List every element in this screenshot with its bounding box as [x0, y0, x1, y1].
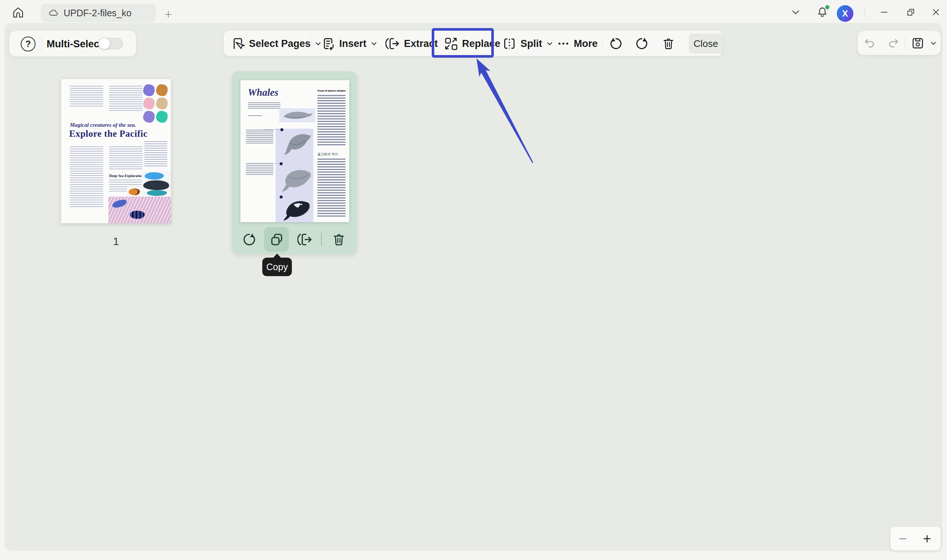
zoom-in-button[interactable]: +	[915, 528, 939, 550]
coral-photo	[108, 197, 171, 223]
chevron-down-icon	[791, 9, 800, 15]
close-window-button[interactable]	[927, 5, 945, 20]
whale-illustration	[279, 108, 315, 122]
coral-illustration	[143, 98, 155, 109]
chevron-down-icon	[370, 42, 378, 46]
delete-button[interactable]	[660, 31, 677, 57]
text-block	[70, 146, 103, 208]
close-icon	[931, 8, 941, 17]
avatar-initial: X	[842, 9, 848, 19]
close-button[interactable]: Close	[689, 34, 723, 54]
help-button[interactable]: ?	[21, 37, 35, 51]
document-tab[interactable]: UPDF-2-files_ko	[41, 4, 156, 22]
restore-window-button[interactable]	[902, 5, 920, 20]
chevron-down-icon	[546, 42, 554, 46]
tooltip-label: Copy	[266, 262, 288, 272]
insert-button[interactable]: Insert	[321, 31, 378, 57]
question-mark-icon: ?	[26, 39, 31, 49]
coral-illustration	[156, 84, 168, 96]
multi-select-toggle[interactable]	[98, 38, 123, 49]
undo-button[interactable]	[861, 31, 879, 55]
insert-icon	[321, 36, 336, 51]
action-divider	[321, 233, 322, 245]
rotate-left-button[interactable]	[607, 31, 625, 57]
notification-dot	[825, 5, 829, 9]
minimize-icon	[879, 8, 889, 17]
cloud-icon	[48, 8, 59, 18]
coral-illustration	[143, 111, 155, 123]
copy-tooltip: Copy	[262, 258, 292, 276]
select-pages-icon	[230, 36, 245, 51]
text-block	[109, 86, 142, 112]
extract-button[interactable]: Extract	[386, 31, 438, 57]
toolbar-divider	[904, 36, 905, 50]
extract-page-button[interactable]	[293, 227, 318, 252]
split-button[interactable]: Split	[502, 31, 554, 57]
coral-illustration	[156, 111, 168, 123]
coral-illustration	[143, 84, 155, 96]
timeline-dot	[280, 195, 282, 198]
plus-icon	[163, 9, 173, 19]
tooltip-caret	[273, 254, 282, 258]
trash-icon	[332, 232, 346, 247]
text-block	[248, 115, 262, 117]
new-tab-button[interactable]	[162, 8, 174, 21]
more-button[interactable]: More	[557, 31, 598, 57]
more-dots-icon	[557, 37, 570, 50]
whale-illustration	[282, 132, 312, 158]
zoom-controls: − +	[890, 527, 941, 551]
toggle-knob	[99, 38, 110, 49]
text-block	[248, 102, 281, 109]
page1-subheading: Deep Sea Exploration	[109, 174, 143, 178]
collapse-toolbar-button[interactable]	[787, 7, 804, 18]
page2-right-heading: Food of baleen whales	[318, 89, 346, 92]
text-block	[318, 95, 345, 145]
rotate-right-icon	[634, 36, 649, 51]
rotate-right-button[interactable]	[633, 31, 651, 57]
zoom-out-button[interactable]: −	[890, 528, 915, 550]
text-block	[109, 146, 142, 171]
extract-icon	[386, 36, 400, 51]
save-options-button[interactable]	[926, 31, 941, 55]
select-pages-button[interactable]: Select Pages	[230, 31, 322, 57]
redo-button[interactable]	[884, 31, 902, 55]
page2-title: Whales	[248, 87, 279, 98]
save-button[interactable]	[909, 31, 927, 55]
timeline-dot	[281, 128, 283, 131]
delete-page-button[interactable]	[326, 227, 351, 252]
page-thumbnail-2[interactable]: Whales Food of baleen whales 돌고래의 먹이	[241, 80, 349, 222]
toolbar-divider	[602, 37, 602, 51]
home-icon	[11, 6, 25, 19]
toolbar-right-pill	[858, 31, 941, 55]
timeline-dot	[280, 162, 282, 165]
text-block	[144, 141, 167, 168]
minimize-button[interactable]	[875, 5, 893, 20]
text-block	[246, 130, 273, 145]
toolbar-divider	[312, 37, 312, 51]
rotate-icon	[242, 232, 257, 247]
redo-icon	[887, 37, 900, 50]
rotate-page-button[interactable]	[237, 227, 262, 252]
page2-right-heading2: 돌고래의 먹이	[318, 152, 338, 157]
multi-select-label: Multi-Select	[46, 38, 103, 50]
whale-illustration	[281, 168, 312, 193]
coral-illustration	[156, 98, 168, 109]
replace-button[interactable]: Replace	[444, 31, 501, 57]
avatar[interactable]: X	[837, 5, 853, 22]
page1-title: Explore the Pacific	[69, 129, 148, 139]
chevron-down-icon	[930, 41, 937, 45]
undo-icon	[863, 37, 876, 50]
text-block	[246, 163, 273, 175]
text-block	[318, 158, 345, 218]
orca-illustration	[282, 199, 312, 221]
selected-page-panel: Whales Food of baleen whales 돌고래의 먹이	[232, 71, 357, 254]
page-thumbnail-1[interactable]: Magical creatures of the sea. Explore th…	[61, 79, 171, 223]
toolbar-divider	[42, 37, 42, 51]
page1-tagline: Magical creatures of the sea.	[70, 122, 136, 128]
copy-page-button[interactable]	[264, 227, 289, 252]
toolbar-center-pill: Select Pages Insert Extract Replace Spli…	[224, 30, 723, 56]
home-button[interactable]	[9, 5, 27, 21]
titlebar-separator	[865, 8, 865, 17]
page-number: 1	[61, 235, 171, 248]
notifications-button[interactable]	[813, 4, 831, 21]
